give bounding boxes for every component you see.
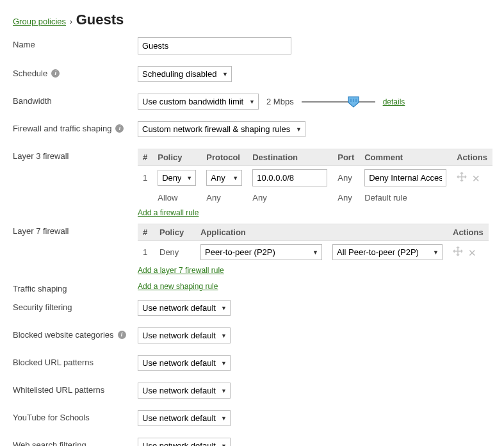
breadcrumb-parent[interactable]: Group policies	[13, 17, 66, 26]
whitelist-url-select[interactable]: Use network default	[138, 383, 231, 399]
col-actions: Actions	[451, 149, 492, 166]
firewall-shaping-label: Firewall and traffic shaping	[13, 124, 111, 133]
info-icon[interactable]: i	[115, 124, 124, 133]
delete-icon[interactable]: ✕	[472, 173, 480, 185]
websearch-select[interactable]: Use network default	[138, 438, 231, 446]
schedule-label: Schedule	[13, 69, 47, 78]
security-filtering-select[interactable]: Use network default	[138, 300, 231, 316]
slider-thumb-icon[interactable]	[348, 96, 359, 108]
add-shaping-rule-link[interactable]: Add a new shaping rule	[138, 282, 218, 291]
bandwidth-value: 2 Mbps	[266, 97, 294, 106]
app-category-select[interactable]: Peer-to-peer (P2P)	[200, 244, 322, 260]
cell-port: Any	[332, 190, 359, 206]
col-port: Port	[332, 149, 359, 166]
col-actions: Actions	[448, 224, 489, 241]
table-row-default: Allow Any Any Any Default rule	[138, 190, 492, 206]
whitelist-url-label: Whitelisted URL patterns	[13, 385, 104, 395]
cell-comment: Default rule	[359, 190, 451, 206]
table-header-row: # Policy Application Actions	[138, 224, 489, 241]
cell-policy: Deny	[154, 241, 195, 264]
traffic-shaping-label: Traffic shaping	[13, 284, 67, 293]
l3-label: Layer 3 firewall	[13, 151, 69, 161]
col-policy: Policy	[152, 149, 201, 166]
protocol-select[interactable]: Any	[206, 170, 242, 186]
bandwidth-details-link[interactable]: details	[383, 97, 405, 106]
app-item-select[interactable]: All Peer-to-peer (P2P)	[332, 244, 443, 260]
move-icon[interactable]	[453, 246, 463, 258]
schedule-select[interactable]: Scheduling disabled	[138, 66, 232, 82]
youtube-label: YouTube for Schools	[13, 413, 90, 422]
blocked-categories-select[interactable]: Use network default	[138, 327, 231, 343]
col-num: #	[138, 149, 152, 166]
table-row: 1 Deny Any Any ✕	[138, 166, 492, 190]
cell-policy: Allow	[152, 190, 201, 206]
firewall-shaping-select[interactable]: Custom network firewall & shaping rules	[138, 121, 305, 137]
blocked-categories-label: Blocked website categories	[13, 330, 114, 340]
breadcrumb-sep: ›	[70, 17, 72, 26]
info-icon[interactable]: i	[51, 69, 60, 78]
security-filtering-label: Security filtering	[13, 302, 72, 312]
cell-num: 1	[138, 241, 154, 264]
name-input[interactable]	[138, 37, 291, 54]
bandwidth-select[interactable]: Use custom bandwidth limit	[138, 94, 259, 110]
l7-label: Layer 7 firewall	[13, 226, 69, 236]
blocked-url-select[interactable]: Use network default	[138, 355, 231, 371]
add-l7-rule-link[interactable]: Add a layer 7 firewall rule	[138, 266, 224, 275]
bandwidth-slider[interactable]	[302, 96, 375, 108]
cell-destination: Any	[247, 190, 332, 206]
cell-num: 1	[138, 166, 152, 190]
table-header-row: # Policy Protocol Destination Port Comme…	[138, 149, 492, 166]
col-application: Application	[195, 224, 448, 241]
youtube-select[interactable]: Use network default	[138, 410, 231, 426]
destination-input[interactable]	[252, 169, 327, 186]
add-l3-rule-link[interactable]: Add a firewall rule	[138, 208, 199, 217]
blocked-url-label: Blocked URL patterns	[13, 358, 93, 367]
websearch-label: Web search filtering	[13, 440, 86, 446]
col-protocol: Protocol	[201, 149, 247, 166]
move-icon[interactable]	[457, 172, 467, 184]
delete-icon[interactable]: ✕	[468, 247, 476, 259]
bandwidth-label: Bandwidth	[13, 96, 52, 106]
l3-table: # Policy Protocol Destination Port Comme…	[138, 149, 492, 206]
col-destination: Destination	[247, 149, 332, 166]
policy-select[interactable]: Deny	[158, 170, 196, 186]
col-comment: Comment	[359, 149, 451, 166]
info-icon[interactable]: i	[118, 331, 126, 339]
l7-table: # Policy Application Actions 1 Deny Peer…	[138, 224, 489, 263]
breadcrumb-current: Guests	[76, 12, 124, 28]
col-num: #	[138, 224, 154, 241]
table-row: 1 Deny Peer-to-peer (P2P) All Peer-to-pe…	[138, 241, 489, 264]
cell-protocol: Any	[201, 190, 247, 206]
comment-input[interactable]	[364, 169, 446, 186]
col-policy: Policy	[154, 224, 195, 241]
name-label: Name	[13, 40, 35, 49]
cell-port: Any	[332, 166, 359, 190]
